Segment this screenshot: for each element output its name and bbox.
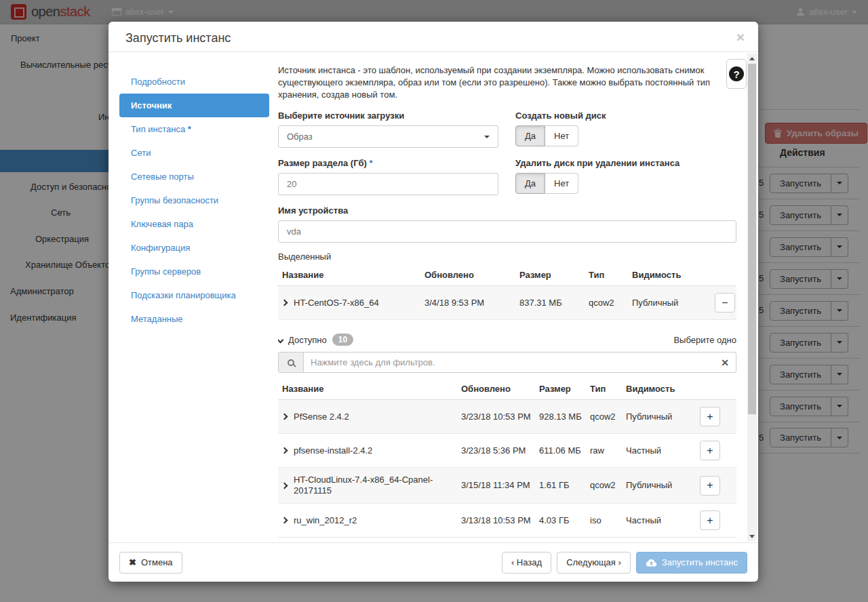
- device-name-label: Имя устройства: [278, 205, 736, 216]
- col-type: Тип: [586, 378, 622, 400]
- image-name: PfSense 2.4.2: [294, 412, 349, 422]
- image-type: raw: [586, 434, 622, 468]
- image-type: qcow2: [585, 286, 628, 320]
- volume-size-label: Размер раздела (Гб) *: [278, 158, 498, 168]
- help-icon: ?: [729, 66, 744, 81]
- delete-volume-yes-button[interactable]: Да: [515, 173, 545, 194]
- tab-configuration[interactable]: Конфигурация: [119, 236, 269, 260]
- chevron-right-icon[interactable]: [281, 482, 288, 489]
- delete-volume-no-button[interactable]: Нет: [545, 173, 578, 194]
- required-asterisk: *: [369, 158, 372, 168]
- col-type: Тип: [585, 264, 628, 286]
- device-name-input[interactable]: [278, 220, 736, 243]
- available-table: Название Обновлено Размер Тип Видимость …: [278, 378, 736, 538]
- wizard-source-panel: Источник инстанса - это шаблон, использу…: [278, 52, 736, 542]
- table-header-row: Название Обновлено Размер Тип Видимость: [278, 264, 736, 286]
- image-visibility: Публичный: [622, 468, 696, 504]
- cancel-button[interactable]: ✖ Отмена: [119, 552, 182, 574]
- image-name: ru_win_2012_r2: [294, 515, 357, 526]
- launch-instance-button[interactable]: Запустить инстанс: [636, 552, 747, 574]
- chevron-down-icon: [278, 336, 283, 343]
- delete-on-terminate-label: Удалить диск при удалении инстанса: [515, 158, 736, 168]
- modal-title: Запустить инстанс: [125, 31, 231, 45]
- tab-scheduler-hints[interactable]: Подсказки планировщика: [119, 283, 269, 307]
- image-size: 1.61 ГБ: [535, 468, 586, 504]
- cloud-upload-icon: [646, 559, 657, 567]
- filter-bar: ✕: [278, 352, 736, 373]
- table-header-row: Название Обновлено Размер Тип Видимость: [278, 378, 736, 400]
- image-type: qcow2: [586, 468, 622, 504]
- chevron-right-icon[interactable]: [281, 300, 288, 306]
- tab-key-pair[interactable]: Ключевая пара: [119, 212, 269, 236]
- search-addon[interactable]: [279, 353, 304, 372]
- modal-scrollbar[interactable]: [747, 54, 757, 541]
- add-image-button[interactable]: +: [700, 510, 720, 530]
- modal-footer: ✖ Отмена ‹ Назад Следующая › Запустить и…: [108, 542, 758, 582]
- available-count-badge: 10: [332, 334, 353, 346]
- chevron-down-icon: [484, 136, 490, 138]
- create-volume-yes-button[interactable]: Да: [515, 125, 545, 146]
- available-image-row: ru_win_2012_r2 3/13/18 10:53 PM 4.03 ГБ …: [278, 504, 736, 538]
- scroll-down-arrow[interactable]: [747, 531, 757, 541]
- wizard-tab-list: Подробности Источник Тип инстанса * Сети…: [119, 70, 269, 331]
- chevron-right-icon[interactable]: [281, 517, 288, 524]
- create-volume-no-button[interactable]: Нет: [545, 125, 578, 146]
- image-name: HT-CentOS-7-x86_64: [294, 298, 379, 308]
- source-description: Источник инстанса - это шаблон, использу…: [278, 64, 720, 101]
- remove-image-button[interactable]: −: [715, 293, 735, 313]
- image-visibility: Публичный: [628, 286, 711, 320]
- image-visibility: Частный: [622, 504, 696, 538]
- next-button[interactable]: Следующая ›: [557, 552, 631, 574]
- col-updated: Обновлено: [457, 378, 535, 400]
- search-icon: [288, 359, 294, 366]
- create-volume-label: Создать новый диск: [515, 111, 736, 121]
- required-asterisk: *: [188, 124, 191, 134]
- tab-details[interactable]: Подробности: [119, 70, 269, 94]
- available-toggle[interactable]: Доступно 10: [278, 334, 353, 346]
- image-visibility: Публичный: [622, 400, 696, 434]
- col-size: Размер: [515, 264, 585, 286]
- tab-server-groups[interactable]: Группы серверов: [119, 260, 269, 283]
- create-volume-toggle: Да Нет: [515, 125, 736, 146]
- tab-security-groups[interactable]: Группы безопасности: [119, 188, 269, 212]
- chevron-right-icon[interactable]: [281, 447, 288, 454]
- close-icon[interactable]: ×: [736, 30, 745, 44]
- image-updated: 3/23/18 10:53 PM: [457, 400, 535, 434]
- help-button[interactable]: ?: [726, 59, 747, 89]
- filter-input[interactable]: [304, 353, 714, 372]
- back-button[interactable]: ‹ Назад: [502, 552, 551, 574]
- add-image-button[interactable]: +: [700, 441, 720, 460]
- chevron-right-icon[interactable]: [281, 414, 288, 420]
- available-image-row: HT-CloudLinux-7.4-x86_64-Cpanel-20171115…: [278, 468, 736, 504]
- image-size: 4.03 ГБ: [535, 504, 586, 538]
- available-image-row: pfsense-install-2.4.2 3/23/18 5:36 PM 61…: [278, 434, 736, 468]
- col-name: Название: [278, 378, 457, 400]
- image-name: HT-CloudLinux-7.4-x86_64-Cpanel-20171115: [294, 475, 453, 496]
- modal-header: Запустить инстанс ×: [108, 22, 758, 52]
- tab-source[interactable]: Источник: [119, 94, 269, 117]
- scroll-up-arrow[interactable]: [747, 54, 757, 63]
- col-name: Название: [278, 264, 420, 286]
- image-updated: 3/13/18 10:53 PM: [457, 504, 535, 538]
- tab-metadata[interactable]: Метаданные: [119, 307, 269, 331]
- boot-source-label: Выберите источник загрузки: [278, 111, 498, 121]
- image-updated: 3/4/18 9:53 PM: [420, 286, 515, 320]
- col-visibility: Видимость: [622, 378, 696, 400]
- add-image-button[interactable]: +: [700, 407, 720, 426]
- tab-network-ports[interactable]: Сетевые порты: [119, 165, 269, 188]
- image-size: 928.13 МБ: [535, 400, 586, 434]
- image-size: 611.06 МБ: [535, 434, 586, 468]
- launch-instance-modal: Запустить инстанс × Подробности Источник…: [108, 22, 758, 582]
- clear-filter-icon[interactable]: ✕: [714, 353, 736, 372]
- image-name: pfsense-install-2.4.2: [294, 445, 372, 456]
- allocated-image-row: HT-CentOS-7-x86_64 3/4/18 9:53 PM 837.31…: [278, 286, 736, 320]
- delete-on-terminate-toggle: Да Нет: [515, 173, 736, 194]
- image-type: iso: [586, 504, 622, 538]
- boot-source-select[interactable]: Образ: [278, 125, 498, 148]
- image-type: qcow2: [586, 400, 622, 434]
- scrollbar-thumb[interactable]: [748, 64, 756, 414]
- tab-flavor[interactable]: Тип инстанса *: [119, 117, 269, 141]
- tab-networks[interactable]: Сети: [119, 141, 269, 165]
- volume-size-input[interactable]: [278, 173, 498, 195]
- add-image-button[interactable]: +: [700, 476, 720, 496]
